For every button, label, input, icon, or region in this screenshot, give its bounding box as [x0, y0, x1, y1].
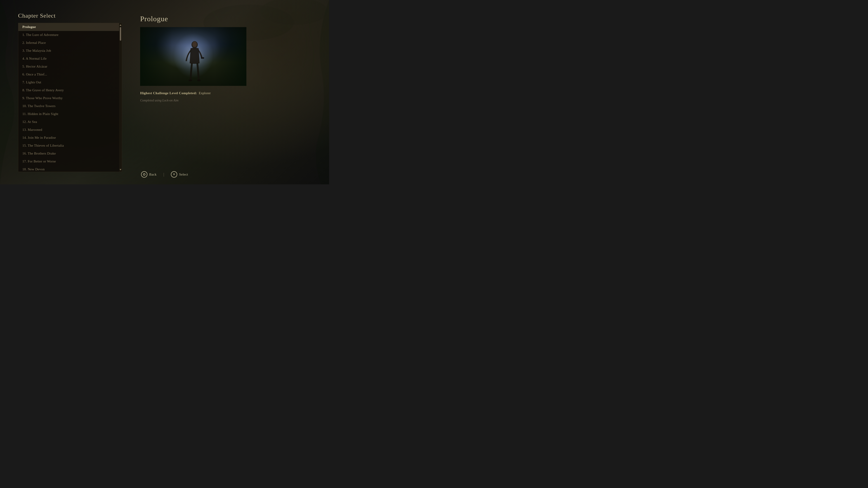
chapter-item-ch15[interactable]: 15. The Thieves of Libertalia: [18, 142, 119, 150]
chapter-item-ch1[interactable]: 1. The Lure of Adventure: [18, 31, 119, 39]
scrollbar-thumb[interactable]: [120, 27, 121, 41]
chapter-item-ch9[interactable]: 9. Those Who Prove Worthy: [18, 94, 119, 102]
chapter-item-ch18[interactable]: 18. New Devon: [18, 165, 119, 172]
chapter-item-ch8[interactable]: 8. The Grave of Henry Avery: [18, 86, 119, 94]
chapter-item-ch7[interactable]: 7. Lights Out: [18, 78, 119, 86]
select-button-icon[interactable]: ✕: [171, 171, 177, 177]
chapter-item-ch14[interactable]: 14. Join Me in Paradise: [18, 134, 119, 142]
svg-rect-3: [201, 57, 204, 59]
back-control: Back: [141, 171, 157, 177]
x-button-mark: ✕: [173, 173, 176, 176]
chapter-preview-image: [140, 27, 246, 86]
back-button-icon[interactable]: [141, 171, 147, 177]
chapter-item-ch5[interactable]: 5. Hector Alcázar: [18, 63, 119, 70]
right-panel: Prologue: [140, 12, 315, 172]
chapter-item-ch11[interactable]: 11. Hidden in Plain Sight: [18, 110, 119, 118]
chapter-item-ch16[interactable]: 16. The Brothers Drake: [18, 150, 119, 158]
bottom-bar: Back | ✕ Select: [0, 171, 329, 177]
chapter-item-ch6[interactable]: 6. Once a Thief...: [18, 70, 119, 78]
select-control: ✕ Select: [171, 171, 188, 177]
svg-point-6: [192, 41, 197, 47]
challenge-level-row: Highest Challenge Level Completed: Explo…: [140, 91, 315, 95]
chapter-item-ch13[interactable]: 13. Marooned: [18, 126, 119, 134]
chapter-item-ch17[interactable]: 17. For Better or Worse: [18, 158, 119, 165]
svg-point-4: [188, 79, 192, 81]
screen-title: Chapter Select: [18, 12, 122, 19]
left-panel: Chapter Select Prologue1. The Lure of Ad…: [18, 12, 122, 172]
challenge-value: Explorer: [199, 91, 211, 95]
character-figure: [181, 38, 208, 86]
scrollbar-up-arrow[interactable]: [120, 24, 121, 26]
challenge-label: Highest Challenge Level Completed:: [140, 91, 197, 95]
chapter-item-ch3[interactable]: 3. The Malaysia Job: [18, 47, 119, 55]
controls-separator: |: [163, 172, 164, 177]
select-label: Select: [179, 173, 188, 176]
completion-detail: Completed using Lock-on Aim: [140, 99, 179, 102]
chapter-item-ch2[interactable]: 2. Infernal Place: [18, 39, 119, 47]
chapter-item-ch12[interactable]: 12. At Sea: [18, 118, 119, 126]
chapter-list-wrapper: Prologue1. The Lure of Adventure2. Infer…: [18, 23, 122, 172]
main-container: Chapter Select Prologue1. The Lure of Ad…: [0, 0, 329, 184]
chapter-item-ch10[interactable]: 10. The Twelve Towers: [18, 102, 119, 110]
chapter-preview-title: Prologue: [140, 15, 315, 23]
back-label: Back: [149, 173, 157, 176]
scrollbar-down-arrow[interactable]: [120, 169, 121, 170]
svg-point-5: [197, 79, 201, 81]
chapter-item-prologue[interactable]: Prologue: [18, 23, 119, 31]
chapter-list[interactable]: Prologue1. The Lure of Adventure2. Infer…: [18, 23, 119, 172]
scrollbar-track: [119, 23, 122, 172]
chapter-item-ch4[interactable]: 4. A Normal Life: [18, 55, 119, 63]
detail-row: Completed using Lock-on Aim: [140, 98, 315, 102]
circle-button-inner: [143, 173, 145, 175]
